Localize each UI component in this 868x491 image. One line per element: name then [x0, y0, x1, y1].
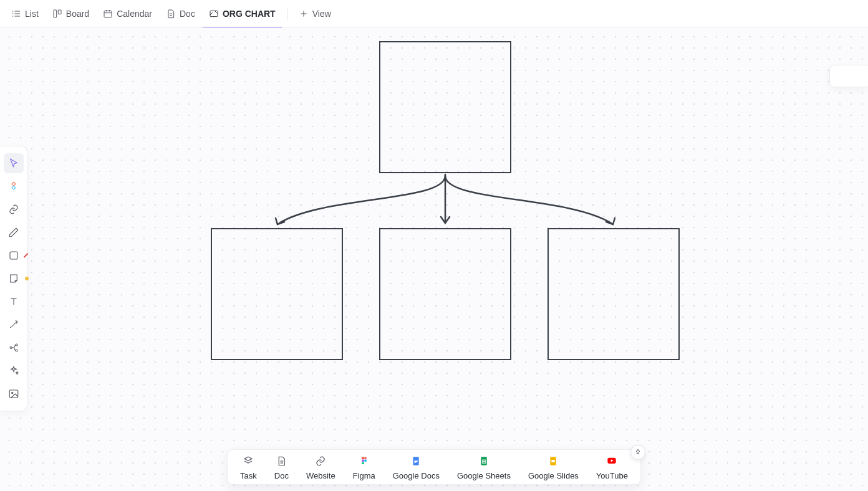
pointer-icon	[8, 158, 19, 169]
whiteboard-icon	[209, 9, 219, 19]
svg-point-28	[364, 457, 367, 459]
board-icon	[52, 9, 62, 19]
tab-org-chart-label: ORG CHART	[223, 9, 276, 19]
dock-doc-label: Doc	[274, 471, 289, 480]
tool-pen[interactable]	[4, 222, 24, 242]
sparkles-icon	[8, 365, 19, 376]
svg-point-5	[12, 16, 13, 16]
dock-website-label: Website	[306, 471, 335, 480]
dock-website[interactable]: Website	[297, 455, 344, 480]
tab-add-view[interactable]: View	[292, 0, 337, 27]
task-icon	[242, 455, 254, 467]
pen-color-indicator	[25, 231, 29, 234]
dock-google-sheets[interactable]: Google Sheets	[448, 455, 519, 480]
dock-google-sheets-label: Google Sheets	[457, 471, 511, 480]
tool-sticky[interactable]	[4, 269, 24, 288]
tool-text[interactable]	[4, 292, 24, 312]
tabs-divider	[287, 7, 287, 20]
youtube-icon	[605, 455, 618, 467]
svg-point-24	[11, 392, 12, 393]
list-icon	[11, 9, 21, 19]
svg-point-3	[12, 11, 13, 11]
tab-board-label: Board	[66, 9, 89, 19]
mindmap-icon	[8, 342, 19, 353]
pen-icon	[8, 227, 19, 238]
top-tabs: List Board Calendar Doc ORG CHART View	[0, 0, 868, 27]
doc-icon	[166, 9, 176, 19]
tab-calendar-label: Calendar	[117, 9, 152, 19]
dock-google-docs-label: Google Docs	[393, 471, 440, 480]
dock-google-slides[interactable]: Google Slides	[519, 455, 587, 480]
sparkle-layers-icon	[8, 181, 19, 192]
tab-board[interactable]: Board	[46, 0, 95, 27]
google-sheets-icon	[478, 455, 490, 467]
square-icon	[8, 250, 19, 261]
svg-point-4	[12, 13, 13, 14]
dock-google-slides-label: Google Slides	[528, 471, 579, 480]
org-chart-child-box-2[interactable]	[379, 228, 511, 360]
dock-youtube[interactable]: YouTube	[587, 455, 637, 480]
svg-point-31	[362, 462, 364, 464]
svg-rect-7	[58, 10, 61, 14]
svg-point-22	[16, 350, 17, 351]
dock-task[interactable]: Task	[231, 455, 266, 480]
svg-rect-8	[104, 11, 112, 17]
google-docs-icon	[410, 455, 422, 467]
dock-google-docs[interactable]: Google Docs	[384, 455, 448, 480]
dock-figma-label: Figma	[353, 471, 375, 480]
tool-image[interactable]	[4, 384, 24, 404]
tab-list-label: List	[25, 9, 39, 19]
connector-icon	[8, 319, 19, 330]
figma-icon	[358, 455, 370, 467]
svg-point-30	[364, 459, 367, 462]
tool-clickup-generate[interactable]	[4, 176, 24, 196]
tab-doc-label: Doc	[180, 9, 195, 19]
doc-item-icon	[275, 455, 287, 467]
svg-rect-17	[10, 252, 17, 259]
left-toolbar	[0, 146, 27, 411]
insert-dock: Task Doc Website Figma Google Docs	[227, 449, 641, 485]
org-chart-root-box[interactable]	[379, 41, 511, 173]
tool-mindmap[interactable]	[4, 338, 24, 358]
tool-ai[interactable]	[4, 361, 24, 381]
floating-right-panel[interactable]	[829, 65, 868, 87]
org-chart-child-box-3[interactable]	[547, 228, 680, 360]
plus-icon	[299, 9, 309, 19]
tab-add-view-label: View	[312, 9, 331, 19]
svg-point-21	[16, 344, 17, 346]
dock-task-label: Task	[240, 471, 257, 480]
link-icon	[8, 204, 19, 215]
svg-rect-35	[415, 462, 417, 463]
svg-point-29	[362, 459, 364, 462]
svg-rect-33	[415, 460, 418, 460]
whiteboard-canvas[interactable]: Task Doc Website Figma Google Docs	[0, 27, 868, 491]
svg-point-20	[10, 347, 12, 349]
text-icon	[8, 296, 19, 307]
dock-doc[interactable]: Doc	[266, 455, 297, 480]
dock-youtube-label: YouTube	[596, 471, 628, 480]
tab-org-chart[interactable]: ORG CHART	[203, 0, 282, 27]
tool-link[interactable]	[4, 199, 24, 219]
tab-list[interactable]: List	[5, 0, 45, 27]
svg-rect-6	[54, 10, 57, 17]
tool-pointer[interactable]	[4, 153, 24, 173]
image-icon	[8, 388, 19, 399]
tab-calendar[interactable]: Calendar	[97, 0, 158, 27]
tool-shape[interactable]	[4, 245, 24, 265]
sticky-color-indicator	[25, 277, 29, 280]
svg-point-27	[362, 457, 364, 459]
website-icon	[314, 455, 327, 467]
svg-rect-34	[415, 461, 418, 462]
google-slides-icon	[547, 455, 559, 467]
tool-connector[interactable]	[4, 315, 24, 335]
dock-figma[interactable]: Figma	[344, 455, 384, 480]
sticky-note-icon	[8, 273, 19, 284]
dock-pin-button[interactable]	[630, 445, 645, 460]
org-chart-child-box-1[interactable]	[211, 228, 343, 360]
shape-color-indicator	[23, 253, 28, 258]
tab-doc[interactable]: Doc	[160, 0, 201, 27]
calendar-icon	[103, 9, 113, 19]
svg-rect-41	[552, 460, 555, 462]
svg-rect-23	[9, 390, 18, 398]
pin-icon	[634, 449, 642, 456]
